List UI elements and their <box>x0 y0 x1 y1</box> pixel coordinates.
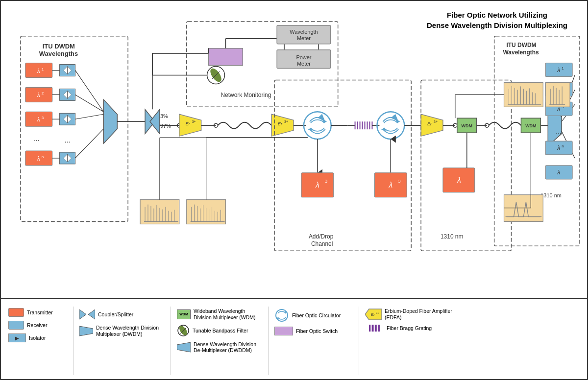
edfa-icon: Er 3+ <box>365 308 382 321</box>
legend-isolator: Isolator <box>8 333 67 342</box>
svg-text:3: 3 <box>325 178 328 184</box>
svg-line-30 <box>75 71 104 112</box>
legend-divider-1 <box>73 307 74 375</box>
legend-coupler: Coupler/Splitter <box>79 308 165 321</box>
wdm-icon: WDM <box>177 309 191 319</box>
svg-text:λ: λ <box>37 92 40 98</box>
diagram-area: ITU DWDM Wavelengths λ 1 λ 2 λ 3 ... λ n <box>6 6 582 296</box>
svg-text:λ: λ <box>557 67 560 73</box>
svg-text:Add/Drop: Add/Drop <box>309 233 334 240</box>
svg-marker-209 <box>79 309 86 319</box>
svg-text:n: n <box>562 144 564 148</box>
legend-bandpass: Tunable Bandpass Filter <box>177 324 262 337</box>
svg-line-32 <box>75 95 104 112</box>
legend-divider-2 <box>171 307 171 375</box>
svg-text:3+: 3+ <box>376 311 379 314</box>
svg-text:Network Monitoring: Network Monitoring <box>221 92 271 98</box>
legend-wdm: WDM Wideband Wavelength Division Multipl… <box>177 308 262 320</box>
svg-text:Er: Er <box>278 121 283 126</box>
dwddm-label: Dense Wavelength Division De-Multiplexer… <box>194 341 262 354</box>
svg-text:3%: 3% <box>160 113 168 119</box>
svg-text:Power: Power <box>296 54 311 60</box>
circulator-icon <box>274 308 289 323</box>
fos-label: Fiber Optic Switch <box>296 328 338 334</box>
svg-text:ITU DWDM: ITU DWDM <box>507 42 537 48</box>
svg-marker-210 <box>88 309 95 319</box>
svg-point-56 <box>304 112 331 139</box>
svg-text:2: 2 <box>42 91 44 95</box>
svg-text:3+: 3+ <box>284 120 288 123</box>
svg-text:WDM: WDM <box>462 123 472 128</box>
svg-text:Er: Er <box>371 312 375 317</box>
svg-text:3+: 3+ <box>434 120 438 123</box>
svg-text:3: 3 <box>398 178 401 184</box>
fos-icon <box>274 327 293 335</box>
legend-dwdm: Dense Wavelength Division Multiplexer (D… <box>79 325 165 337</box>
svg-text:...: ... <box>34 135 40 142</box>
legend-area: Transmitter Receiver Isolator Coupler/Sp… <box>1 298 587 379</box>
dwdm-label: Dense Wavelength Division Multiplexer (D… <box>96 325 165 337</box>
receiver-label: Receiver <box>27 322 47 329</box>
legend-transmitter: Transmitter <box>8 308 67 317</box>
fbg-icon <box>365 325 384 332</box>
coupler-label: Coupler/Splitter <box>98 311 133 318</box>
legend-dwddm: Dense Wavelength Division De-Multiplexer… <box>177 341 262 354</box>
svg-text:λ: λ <box>37 155 40 162</box>
fbg-label: Fiber Bragg Grating <box>387 325 432 332</box>
legend-fbg: Fiber Bragg Grating <box>365 325 453 332</box>
svg-line-34 <box>75 114 104 119</box>
svg-text:Wavelength: Wavelength <box>290 29 318 35</box>
svg-rect-108 <box>209 48 243 66</box>
legend-edfa: Er 3+ Erbium-Doped Fiber Amplifier (EDFA… <box>365 308 453 321</box>
legend-receiver: Receiver <box>8 321 67 330</box>
isolator-icon <box>8 333 26 342</box>
legend-fos: Fiber Optic Switch <box>274 327 353 335</box>
svg-text:λ: λ <box>388 181 392 189</box>
main-container: Fiber Optic Network Utilizing Dense Wave… <box>0 0 588 380</box>
svg-text:Wavelengths: Wavelengths <box>39 50 78 57</box>
svg-text:Meter: Meter <box>297 35 311 41</box>
svg-text:λ: λ <box>37 68 40 74</box>
bandpass-icon <box>177 324 190 337</box>
diagram-svg: ITU DWDM Wavelengths λ 1 λ 2 λ 3 ... λ n <box>6 6 582 296</box>
svg-text:λ: λ <box>457 176 461 184</box>
edfa-label: Erbium-Doped Fiber Amplifier (EDFA) <box>385 308 453 320</box>
svg-text:λ: λ <box>37 116 40 123</box>
svg-text:1310 nm: 1310 nm <box>441 233 464 240</box>
receiver-icon <box>8 321 24 330</box>
svg-marker-40 <box>150 109 160 134</box>
svg-text:λ: λ <box>557 169 560 176</box>
svg-text:ITU DWDM: ITU DWDM <box>43 43 75 50</box>
legend-circulator: Fiber Optic Circulator <box>274 308 353 323</box>
transmitter-icon <box>8 308 24 317</box>
wdm-label: Wideband Wavelength Division Multiplexer… <box>194 308 262 320</box>
svg-text:Channel: Channel <box>311 240 333 247</box>
svg-text:...: ... <box>65 136 71 144</box>
svg-text:...: ... <box>556 127 562 135</box>
svg-text:97%: 97% <box>160 123 171 129</box>
svg-text:Meter: Meter <box>297 61 311 67</box>
legend-divider-4 <box>359 307 359 375</box>
circulator-label: Fiber Optic Circulator <box>292 312 341 319</box>
svg-rect-141 <box>421 80 511 251</box>
svg-marker-215 <box>177 342 191 352</box>
svg-text:WDM: WDM <box>525 123 536 128</box>
svg-marker-211 <box>79 326 93 336</box>
bandpass-label: Tunable Bandpass Filter <box>193 328 248 334</box>
svg-marker-37 <box>103 99 117 143</box>
svg-text:3: 3 <box>42 116 44 120</box>
svg-marker-47 <box>179 114 201 136</box>
svg-text:3+: 3+ <box>192 120 196 123</box>
svg-line-36 <box>75 129 104 158</box>
svg-text:1: 1 <box>42 67 44 71</box>
transmitter-label: Transmitter <box>27 309 53 316</box>
svg-text:λ: λ <box>557 144 560 151</box>
coupler-icon <box>79 308 95 321</box>
svg-text:1310 nm: 1310 nm <box>540 192 562 198</box>
svg-marker-70 <box>421 114 443 136</box>
svg-point-68 <box>377 112 404 139</box>
svg-text:Er: Er <box>427 121 432 126</box>
svg-text:Er: Er <box>186 121 191 126</box>
dwddm-icon <box>177 341 191 354</box>
dwdm-icon <box>79 325 93 337</box>
